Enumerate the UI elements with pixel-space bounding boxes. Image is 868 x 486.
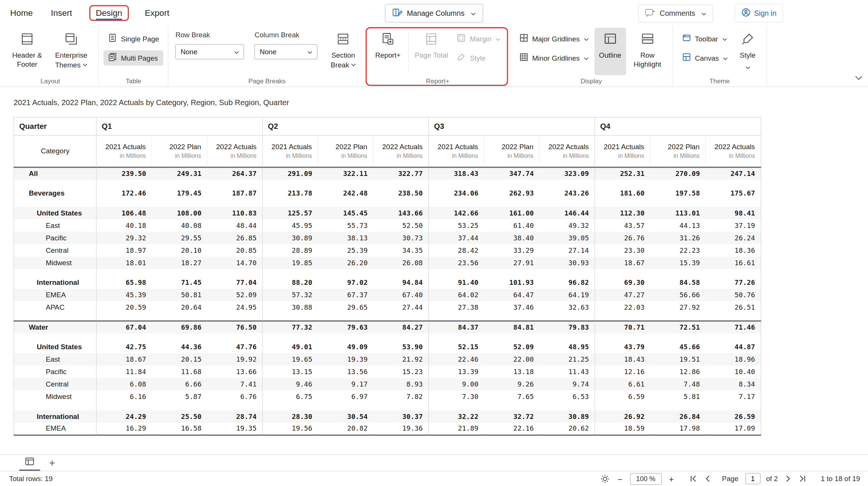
zoom-in-button[interactable]: + [667, 474, 675, 484]
table-row: International65.9871.4577.0488.2097.0294… [14, 276, 761, 289]
value-cell: 7.30 [429, 390, 484, 403]
value-cell: 11.43 [539, 365, 595, 378]
minor-gridlines-label: Minor Gridlines [532, 54, 579, 62]
zoom-level[interactable]: 100 % [630, 473, 662, 485]
measure-name: 2022 Actuals [374, 143, 423, 151]
toolbar-button[interactable]: Toolbar [677, 31, 732, 47]
spacer-cell [539, 199, 595, 207]
measure-subtitle: in Millions [318, 152, 368, 159]
single-page-icon [108, 34, 117, 44]
ribbon-group-layout: Header & Footer Enterprise Themes Layout [2, 26, 99, 87]
value-cell: 19.36 [373, 422, 429, 435]
spacer-cell [14, 269, 96, 276]
tab-insert[interactable]: Insert [50, 6, 73, 20]
spacer-cell [595, 333, 650, 341]
multi-pages-button[interactable]: Multi Pages [104, 50, 164, 66]
value-cell: 98.41 [706, 206, 761, 219]
row-label: Beverages [14, 187, 96, 199]
ribbon-tabs: HomeInsertDesignExport [9, 5, 186, 21]
measure-name: 2022 Actuals [208, 143, 257, 151]
spacer-cell [484, 313, 539, 321]
collapse-ribbon-button[interactable] [855, 73, 863, 82]
row-highlight-button[interactable]: Row Highlight [627, 28, 668, 75]
table-row: United States106.48108.00110.83125.57145… [14, 206, 761, 219]
value-cell: 40.18 [96, 219, 152, 231]
settings-gear-button[interactable] [599, 474, 610, 484]
value-cell: 71.46 [706, 321, 761, 333]
measure-subtitle: in Millions [97, 152, 146, 159]
measure-name: 2021 Actuals [429, 143, 478, 151]
page-total-button[interactable]: Page Total [412, 28, 451, 75]
margin-button[interactable]: Margin [452, 31, 505, 47]
value-cell: 48.95 [539, 341, 595, 353]
value-cell: 77.26 [706, 276, 761, 289]
row-highlight-label: Row Highlight [634, 52, 661, 69]
value-cell: 53.25 [429, 219, 484, 231]
value-cell: 7.48 [650, 378, 706, 390]
canvas-label: Canvas [695, 54, 719, 62]
ribbon: Header & Footer Enterprise Themes Layout [0, 26, 868, 87]
report-style-button[interactable]: Style [452, 50, 505, 66]
zoom-out-button[interactable]: − [616, 474, 624, 484]
spacer-cell [484, 403, 539, 410]
outline-button[interactable]: Outline [594, 28, 626, 75]
pivot-table: QuarterQ1Q2Q3Q4Category2021 Actualsin Mi… [14, 117, 761, 436]
single-page-button[interactable]: Single Page [104, 31, 164, 47]
page-number-input[interactable] [745, 473, 761, 484]
value-cell: 197.58 [650, 187, 706, 199]
value-cell: 69.30 [595, 276, 650, 289]
value-cell: 79.83 [539, 321, 595, 333]
minor-gridlines-button[interactable]: Minor Gridlines [515, 50, 593, 66]
group-label-display: Display [515, 76, 668, 86]
theme-style-button[interactable]: Style [734, 28, 762, 75]
spacer-cell [14, 179, 96, 187]
section-break-button[interactable]: Section Break [326, 28, 361, 75]
value-cell: 15.23 [373, 365, 429, 378]
row-break-select[interactable]: None [176, 44, 245, 60]
header-footer-button[interactable]: Header & Footer [7, 28, 47, 75]
report-plus-button[interactable]: Report+ [370, 28, 405, 75]
value-cell: 30.89 [263, 231, 318, 244]
row-label: Central [14, 378, 96, 390]
divider [408, 31, 409, 71]
value-cell: 18.01 [96, 256, 152, 269]
page-of-label: of 2 [766, 475, 778, 483]
add-sheet-button[interactable]: + [49, 458, 55, 468]
tab-export[interactable]: Export [144, 6, 170, 20]
previous-page-button[interactable] [704, 475, 713, 483]
spacer-cell [96, 313, 152, 321]
spacer-cell [96, 333, 152, 341]
tab-design[interactable]: Design [89, 5, 129, 21]
comments-button[interactable]: Comments [638, 4, 713, 22]
sheet-tab[interactable] [19, 455, 40, 471]
value-cell: 181.60 [595, 187, 650, 199]
value-cell: 37.46 [484, 301, 539, 313]
spacer-cell [263, 199, 318, 207]
value-cell: 323.09 [539, 167, 595, 179]
value-cell: 20.85 [207, 244, 263, 256]
value-cell: 57.32 [263, 289, 318, 301]
value-cell: 8.34 [706, 378, 761, 390]
enterprise-themes-button[interactable]: Enterprise Themes [49, 28, 94, 75]
toolbar-label: Toolbar [695, 35, 718, 43]
ribbon-group-page-breaks: Row Break None Column Break None [169, 26, 366, 87]
value-cell: 26.59 [706, 410, 761, 422]
major-gridlines-button[interactable]: Major Gridlines [515, 31, 593, 47]
canvas-icon [682, 53, 691, 64]
last-page-button[interactable] [798, 475, 807, 483]
value-cell: 50.81 [152, 289, 207, 301]
value-cell: 67.37 [318, 289, 373, 301]
multi-pages-icon [108, 53, 117, 64]
spacer-cell [650, 403, 706, 410]
value-cell: 48.44 [207, 219, 263, 231]
sign-in-button[interactable]: Sign in [735, 4, 783, 23]
canvas-button[interactable]: Canvas [677, 50, 732, 66]
measure-subtitle: in Millions [208, 152, 257, 159]
column-break-select[interactable]: None [255, 44, 318, 60]
next-page-button[interactable] [784, 475, 793, 483]
spacer-cell [96, 403, 152, 410]
tab-home[interactable]: Home [9, 6, 34, 20]
chevron-down-icon [495, 35, 501, 43]
first-page-button[interactable] [689, 475, 698, 483]
manage-columns-button[interactable]: Manage Columns [385, 4, 483, 23]
